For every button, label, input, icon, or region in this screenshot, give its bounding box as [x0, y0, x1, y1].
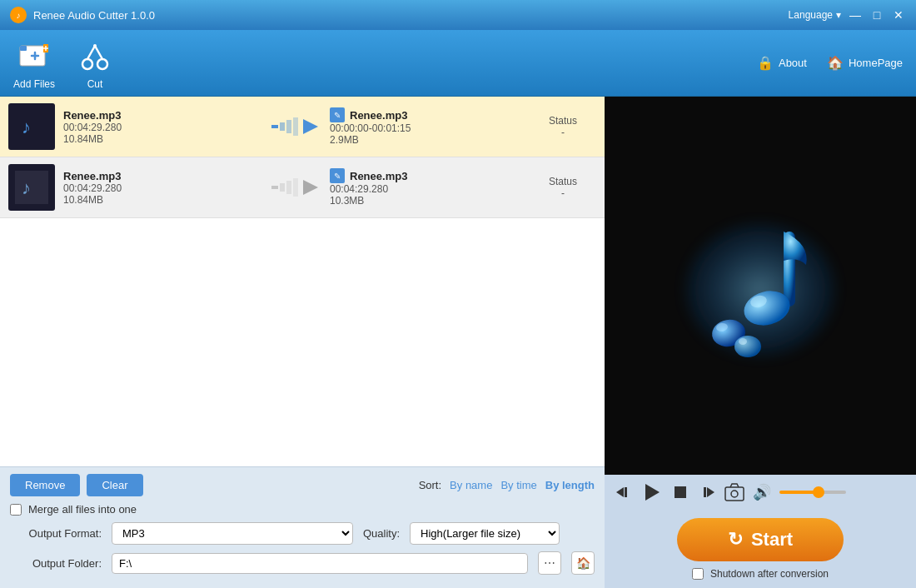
- svg-rect-12: [15, 110, 48, 143]
- svg-point-33: [739, 338, 747, 345]
- svg-rect-15: [280, 122, 285, 131]
- svg-marker-36: [645, 484, 660, 501]
- svg-point-41: [731, 491, 738, 497]
- svg-point-7: [82, 59, 92, 69]
- left-panel: ♪ Renee.mp3 00:04:29.280 10.84MB: [0, 97, 605, 588]
- camera-button[interactable]: [724, 482, 744, 502]
- start-label: Start: [751, 529, 793, 551]
- output-range: 00:00:00-00:01:15: [330, 122, 530, 134]
- edit-badge: ✎: [330, 168, 345, 183]
- shutdown-row: Shutdown after conversion: [692, 568, 829, 580]
- table-row[interactable]: ♪ Renee.mp3 00:04:29.280 10.84MB: [0, 97, 605, 157]
- start-area: ↻ Start Shutdown after conversion: [605, 510, 916, 588]
- svg-rect-37: [675, 486, 686, 498]
- add-files-icon: [14, 37, 54, 77]
- file-size: 10.84MB: [63, 194, 263, 206]
- title-bar: ♪ Renee Audio Cutter 1.0.0 Language ▾ — …: [0, 0, 916, 30]
- svg-rect-17: [293, 117, 298, 136]
- about-label: About: [779, 57, 807, 69]
- table-row[interactable]: ♪ Renee.mp3 00:04:29.280 10.84MB: [0, 157, 605, 218]
- language-label: Language: [789, 9, 833, 21]
- right-panel: 🔊 ↻ Start Shutdown after conversion: [605, 97, 916, 588]
- skip-forward-button[interactable]: [698, 483, 716, 501]
- svg-marker-18: [303, 119, 318, 134]
- language-selector[interactable]: Language ▾: [789, 9, 841, 21]
- svg-marker-38: [707, 487, 714, 497]
- minimize-button[interactable]: —: [848, 7, 863, 22]
- svg-rect-35: [625, 487, 627, 497]
- add-files-label: Add Files: [13, 78, 55, 90]
- folder-label: Output Folder:: [10, 557, 102, 570]
- close-button[interactable]: ✕: [891, 7, 906, 22]
- arrow-area: [263, 175, 330, 200]
- music-visual: [669, 198, 852, 373]
- svg-marker-25: [303, 180, 318, 195]
- app-logo: ♪: [10, 7, 27, 23]
- app-title: Renee Audio Cutter 1.0.0: [33, 9, 789, 22]
- language-dropdown-icon: ▾: [836, 9, 841, 21]
- output-name: Renee.mp3: [350, 170, 407, 182]
- svg-rect-16: [286, 120, 291, 133]
- merge-row: Merge all files into one: [10, 503, 595, 516]
- status-label: Status: [530, 115, 596, 127]
- folder-browse-button[interactable]: ⋯: [538, 551, 561, 575]
- svg-rect-1: [20, 46, 27, 51]
- add-files-button[interactable]: Add Files: [13, 37, 55, 90]
- svg-rect-22: [280, 183, 285, 192]
- svg-rect-14: [271, 125, 278, 128]
- main-layout: ♪ Renee.mp3 00:04:29.280 10.84MB: [0, 97, 916, 588]
- edit-badge: ✎: [330, 107, 345, 122]
- folder-open-button[interactable]: 🏠: [571, 551, 595, 575]
- start-refresh-icon: ↻: [728, 529, 743, 551]
- homepage-link[interactable]: 🏠 HomePage: [827, 55, 903, 71]
- file-name: Renee.mp3: [63, 170, 263, 182]
- merge-label[interactable]: Merge all files into one: [28, 503, 137, 516]
- cut-icon: [75, 37, 115, 77]
- clear-button[interactable]: Clear: [87, 474, 142, 496]
- file-list[interactable]: ♪ Renee.mp3 00:04:29.280 10.84MB: [0, 97, 605, 466]
- svg-line-9: [87, 46, 95, 59]
- remove-button[interactable]: Remove: [10, 474, 80, 496]
- file-info: Renee.mp3 00:04:29.280 10.84MB: [63, 109, 263, 145]
- cut-button[interactable]: Cut: [75, 37, 115, 90]
- about-link[interactable]: 🔒 About: [757, 55, 807, 71]
- quality-select[interactable]: High(Larger file size) Medium Low(Smalle…: [410, 522, 560, 545]
- format-select[interactable]: MP3 AAC WAV FLAC OGG: [112, 522, 353, 545]
- svg-rect-19: [15, 171, 48, 204]
- output-size: 2.9MB: [330, 134, 530, 146]
- folder-input[interactable]: [112, 553, 528, 574]
- sort-by-time[interactable]: By time: [500, 479, 536, 491]
- skip-back-button[interactable]: [615, 483, 633, 501]
- sort-area: Sort: By name By time By length: [419, 479, 595, 491]
- output-size: 10.3MB: [330, 195, 530, 207]
- status-label: Status: [530, 176, 596, 187]
- svg-rect-39: [704, 487, 706, 497]
- svg-line-10: [95, 46, 102, 59]
- shutdown-label[interactable]: Shutdown after conversion: [710, 568, 829, 580]
- play-button[interactable]: [641, 481, 663, 503]
- status-area: Status -: [530, 176, 596, 199]
- folder-row: Output Folder: ⋯ 🏠: [10, 551, 595, 575]
- format-row: Output Format: MP3 AAC WAV FLAC OGG Qual…: [10, 522, 595, 545]
- svg-point-11: [93, 44, 97, 47]
- start-button[interactable]: ↻ Start: [677, 518, 844, 561]
- toolbar-right: 🔒 About 🏠 HomePage: [757, 55, 903, 71]
- status-value: -: [530, 187, 596, 199]
- svg-rect-40: [725, 487, 744, 501]
- file-duration: 00:04:29.280: [63, 182, 263, 194]
- volume-slider[interactable]: [779, 491, 846, 494]
- file-info: Renee.mp3 00:04:29.280 10.84MB: [63, 170, 263, 206]
- svg-text:♪: ♪: [22, 177, 31, 198]
- window-controls: Language ▾ — □ ✕: [789, 7, 906, 22]
- action-row: Remove Clear Sort: By name By time By le…: [10, 474, 595, 496]
- svg-text:♪: ♪: [22, 117, 31, 137]
- stop-button[interactable]: [671, 483, 689, 501]
- sort-by-length[interactable]: By length: [545, 479, 595, 491]
- shutdown-checkbox[interactable]: [692, 568, 704, 580]
- merge-checkbox[interactable]: [10, 504, 22, 516]
- cut-label: Cut: [87, 78, 103, 90]
- maximize-button[interactable]: □: [869, 7, 884, 22]
- home-icon: 🏠: [827, 55, 844, 71]
- sort-by-name[interactable]: By name: [450, 479, 492, 491]
- output-name: Renee.mp3: [350, 109, 407, 122]
